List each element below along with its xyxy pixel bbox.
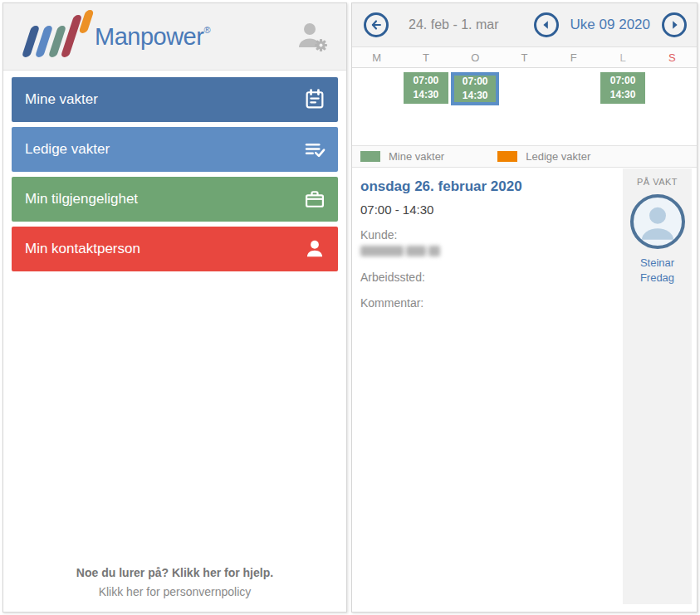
legend-label: Mine vakter — [389, 150, 444, 163]
circle-arrow-left-icon[interactable] — [364, 12, 389, 37]
legend-bar: Mine vakter Ledige vakter — [352, 145, 697, 168]
shift-cell-saturday[interactable]: 07:00 14:30 — [600, 72, 645, 104]
shift-cell-tuesday[interactable]: 07:00 14:30 — [404, 72, 448, 104]
manpower-logo-bars-icon — [17, 8, 91, 66]
shift-start-time: 07:00 — [414, 74, 439, 88]
calendar-icon — [303, 88, 326, 111]
left-panel: Manpower® — [2, 2, 347, 613]
menu-button-mine-vakter[interactable]: Mine vakter — [12, 77, 338, 122]
day-header-saturday: L — [598, 51, 647, 64]
shift-start-time: 07:00 — [463, 75, 488, 89]
menu-button-ledige-vakter[interactable]: Ledige vakter — [12, 127, 338, 172]
playlist-check-icon — [303, 138, 326, 161]
left-panel-header: Manpower® — [3, 3, 346, 71]
on-duty-name: Steinar Fredag — [623, 256, 692, 285]
menu-label: Mine vakter — [25, 91, 98, 108]
on-duty-first-name: Steinar — [623, 256, 692, 271]
on-duty-panel: PÅ VAKT Steinar Fredag — [623, 168, 692, 604]
legend-label: Ledige vakter — [526, 150, 590, 163]
menu-button-min-tilgjengelighet[interactable]: Min tilgjengelighet — [12, 177, 338, 222]
manpower-logo[interactable]: Manpower® — [17, 8, 266, 66]
day-header-sunday: S — [648, 51, 697, 64]
day-header-monday: M — [352, 51, 401, 64]
day-header-row: M T O T F L S — [352, 47, 697, 68]
manpower-app: Manpower® — [0, 0, 700, 615]
legend-swatch-green — [360, 151, 380, 162]
week-navigation-bar: 24. feb - 1. mar Uke 09 2020 — [352, 3, 697, 47]
main-menu: Mine vakter Ledige vakter — [3, 71, 346, 271]
shift-end-time: 14:30 — [463, 89, 488, 103]
brand-name: Manpower® — [95, 23, 210, 51]
week-selector: Uke 09 2020 — [534, 12, 697, 37]
shift-end-time: 14:30 — [610, 88, 636, 102]
briefcase-icon — [303, 188, 326, 211]
day-header-thursday: T — [500, 51, 549, 64]
week-number-label: Uke 09 2020 — [570, 17, 650, 33]
menu-button-min-kontaktperson[interactable]: Min kontaktperson — [12, 227, 338, 271]
user-gear-icon[interactable] — [293, 20, 330, 53]
shift-end-time: 14:30 — [414, 88, 439, 102]
week-shift-grid: 07:00 14:30 07:00 14:30 07:00 14:30 — [352, 68, 697, 145]
left-panel-footer: Noe du lurer på? Klikk her for hjelp. Kl… — [3, 566, 346, 598]
calendar-panel: 24. feb - 1. mar Uke 09 2020 M T O T F L… — [351, 2, 698, 613]
on-duty-title: PÅ VAKT — [623, 177, 692, 187]
circle-triangle-right-icon[interactable] — [662, 12, 687, 37]
on-duty-last-name: Fredag — [623, 271, 692, 286]
shift-cell-wednesday-selected[interactable]: 07:00 14:30 — [451, 72, 499, 105]
shift-start-time: 07:00 — [610, 74, 636, 88]
menu-label: Ledige vakter — [25, 141, 110, 158]
day-header-friday: F — [549, 51, 598, 64]
person-icon — [303, 237, 326, 261]
menu-label: Min tilgjengelighet — [25, 191, 138, 207]
person-avatar-icon[interactable] — [630, 194, 685, 249]
customer-value-redacted — [360, 246, 440, 256]
circle-triangle-left-icon[interactable] — [534, 12, 559, 37]
help-link[interactable]: Noe du lurer på? Klikk her for hjelp. — [3, 566, 346, 579]
legend-swatch-orange — [497, 151, 517, 162]
privacy-policy-link[interactable]: Klikk her for personvernpolicy — [3, 585, 346, 598]
legend-item-mine-vakter: Mine vakter — [360, 150, 444, 163]
day-header-tuesday: T — [401, 51, 450, 64]
menu-label: Min kontaktperson — [25, 241, 140, 257]
date-range-label: 24. feb - 1. mar — [409, 17, 499, 32]
legend-item-ledige-vakter: Ledige vakter — [497, 150, 590, 163]
registered-mark: ® — [203, 25, 210, 35]
day-header-wednesday: O — [451, 51, 500, 64]
